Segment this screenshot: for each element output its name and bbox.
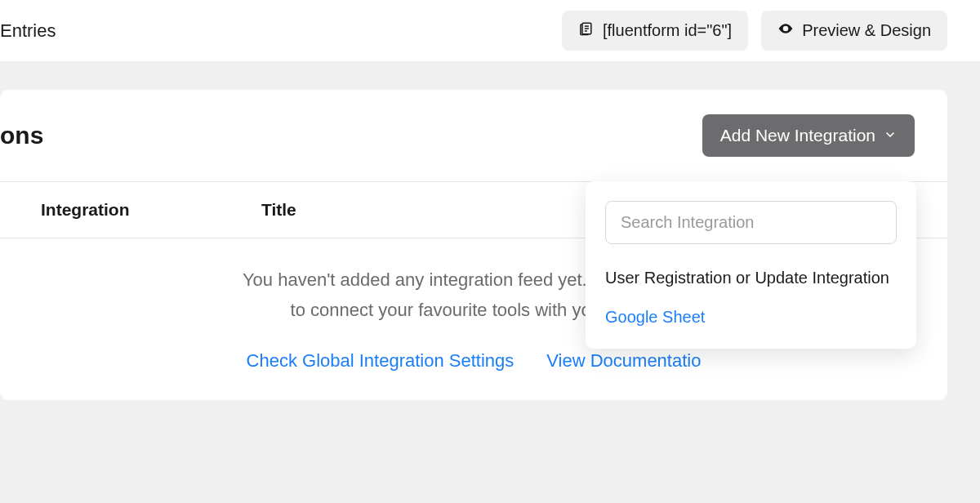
chevron-down-icon (884, 126, 897, 145)
dropdown-item-user-registration[interactable]: User Registration or Update Integration (605, 251, 897, 290)
svg-point-4 (784, 27, 786, 29)
card-title: ons (0, 122, 43, 149)
shortcode-icon (578, 20, 595, 41)
empty-links: Check Global Integration Settings View D… (33, 350, 915, 372)
shortcode-button[interactable]: [fluentform id="6"] (562, 11, 748, 51)
card-header: ons Add New Integration (0, 90, 947, 181)
eye-icon (777, 20, 794, 41)
add-integration-label: Add New Integration (720, 126, 875, 145)
col-integration: Integration (41, 200, 261, 220)
topbar-actions: [fluentform id="6"] Preview & Design (562, 11, 947, 51)
global-settings-link[interactable]: Check Global Integration Settings (247, 350, 514, 372)
integrations-card: ons Add New Integration Integration Titl… (0, 90, 947, 400)
add-integration-button[interactable]: Add New Integration (702, 114, 915, 157)
shortcode-text: [fluentform id="6"] (603, 21, 732, 40)
preview-button[interactable]: Preview & Design (761, 11, 947, 51)
nav-entries[interactable]: Entries (0, 20, 56, 42)
topbar: Entries [fluentform id="6"] P (0, 0, 980, 61)
page-body: ons Add New Integration Integration Titl… (0, 61, 980, 400)
dropdown-item-google-sheet[interactable]: Google Sheet (605, 290, 897, 329)
integration-dropdown: User Registration or Update Integration … (586, 181, 916, 349)
preview-label: Preview & Design (802, 21, 931, 40)
documentation-link[interactable]: View Documentatio (546, 350, 701, 372)
search-integration-input[interactable] (605, 201, 897, 244)
